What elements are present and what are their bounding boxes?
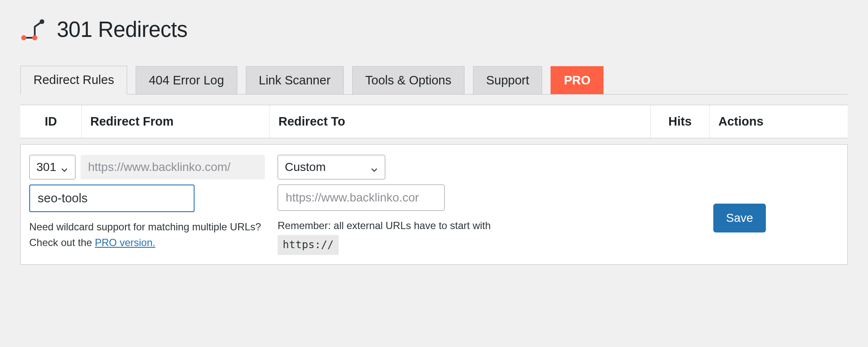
col-hits: Hits [651,105,710,138]
save-button[interactable]: Save [713,204,766,232]
svg-point-2 [32,35,37,40]
base-url-display: https://www.backlinko.com/ [81,155,265,179]
redirect-type-value: 301 [36,160,56,174]
redirect-from-path-input[interactable] [29,185,195,212]
col-redirect-to: Redirect To [270,105,651,138]
redirect-type-select[interactable]: 301 [29,155,75,179]
tab-pro[interactable]: PRO [551,66,604,94]
redirect-row: 301 https://www.backlinko.com/ Need wild… [20,144,848,265]
svg-point-1 [21,35,26,40]
redirect-to-url-input[interactable]: https://www.backlinko.cor [278,185,445,211]
tab-support[interactable]: Support [473,66,542,94]
col-actions: Actions [710,105,848,138]
tab-404-error-log[interactable]: 404 Error Log [136,66,237,94]
from-hint: Need wildcard support for matching multi… [29,219,265,250]
col-redirect-from: Redirect From [82,105,270,138]
redirects-table: ID Redirect From Redirect To Hits Action… [20,105,848,265]
redirects-logo-icon [20,19,47,41]
tab-redirect-rules[interactable]: Redirect Rules [20,66,127,95]
table-header: ID Redirect From Redirect To Hits Action… [20,105,848,138]
tab-link-scanner[interactable]: Link Scanner [246,66,344,94]
tab-bar: Redirect Rules 404 Error Log Link Scanne… [20,66,848,95]
tab-tools-options[interactable]: Tools & Options [352,66,465,94]
chevron-down-icon [370,163,378,171]
redirect-to-type-value: Custom [285,160,326,174]
to-hint: Remember: all external URLs have to star… [278,218,701,255]
col-id: ID [20,105,82,138]
redirect-to-type-select[interactable]: Custom [278,155,385,179]
pro-version-link[interactable]: PRO version. [95,237,156,248]
page-title: 301 Redirects [57,17,187,42]
page-header: 301 Redirects [20,17,848,42]
https-code-chip: https:// [278,235,339,255]
chevron-down-icon [61,163,68,171]
